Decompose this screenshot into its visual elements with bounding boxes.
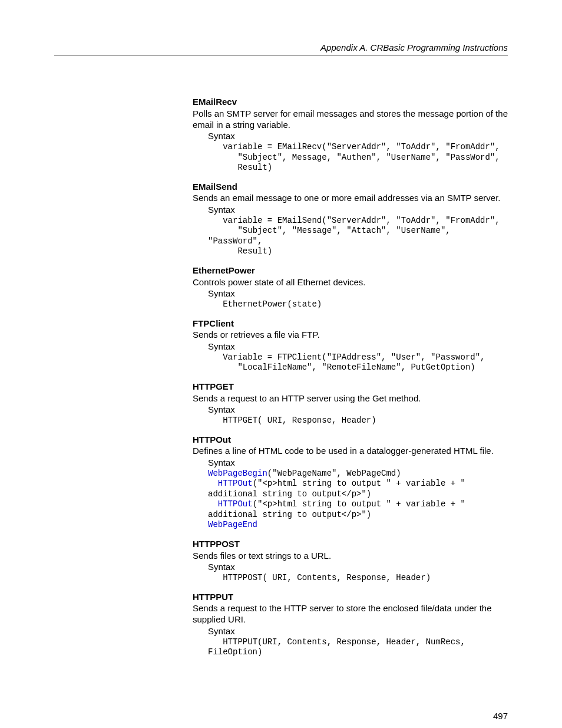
entry: FTPClientSends or retrieves a file via F… (193, 318, 508, 373)
entry-description: Polls an SMTP server for email messages … (193, 108, 508, 131)
page-number: 497 (54, 711, 508, 721)
code-block: HTTPGET( URI, Response, Header) (208, 416, 508, 426)
entry-title: HTTPPUT (193, 592, 508, 603)
entry-title: EMailRecv (193, 97, 508, 108)
keyword: WebPageEnd (208, 520, 257, 529)
entry: EMailRecvPolls an SMTP server for email … (193, 97, 508, 173)
entry-title: EMailSend (193, 182, 508, 193)
entry-title: EthernetPower (193, 265, 508, 276)
content-area: EMailRecvPolls an SMTP server for email … (193, 97, 508, 658)
entry-description: Controls power state of all Ethernet dev… (193, 277, 508, 288)
entry-description: Sends or retrieves a file via FTP. (193, 330, 508, 341)
keyword: HTTPOut (218, 479, 253, 488)
syntax-label: Syntax (208, 288, 508, 299)
entry-description: Sends a request to the HTTP server to st… (193, 603, 508, 625)
code-block: variable = EMailSend("ServerAddr", "ToAd… (208, 216, 508, 257)
entry-description: Sends files or text strings to a URL. (193, 551, 508, 562)
entry-description: Sends an email message to one or more em… (193, 193, 508, 204)
keyword: WebPageBegin (208, 469, 267, 478)
syntax-label: Syntax (208, 131, 508, 142)
entry-title: FTPClient (193, 318, 508, 330)
syntax-label: Syntax (208, 457, 508, 469)
entry: HTTPPUTSends a request to the HTTP serve… (193, 592, 508, 658)
code-block: Variable = FTPClient("IPAddress", "User"… (208, 353, 508, 373)
keyword: HTTPOut (218, 499, 253, 509)
code-block: HTTPPOST( URI, Contents, Response, Heade… (208, 573, 508, 584)
entry: EthernetPowerControls power state of all… (193, 265, 508, 310)
entry-description: Defines a line of HTML code to be used i… (193, 446, 508, 457)
entry: HTTPOutDefines a line of HTML code to be… (193, 434, 508, 531)
syntax-label: Syntax (208, 404, 508, 416)
syntax-label: Syntax (208, 562, 508, 573)
syntax-label: Syntax (208, 205, 508, 216)
header-rule (54, 55, 508, 55)
entry: EMailSendSends an email message to one o… (193, 182, 508, 257)
entry-title: HTTPPOST (193, 539, 508, 550)
code-block: EthernetPower(state) (208, 299, 508, 310)
entry: HTTPGETSends a request to an HTTP server… (193, 381, 508, 426)
entry-title: HTTPGET (193, 381, 508, 393)
syntax-label: Syntax (208, 626, 508, 637)
entry: HTTPPOSTSends files or text strings to a… (193, 539, 508, 584)
code-block: WebPageBegin("WebPageName", WebPageCmd) … (208, 469, 508, 531)
code-block: HTTPPUT(URI, Contents, Response, Header,… (208, 637, 508, 658)
code-block: variable = EMailRecv("ServerAddr", "ToAd… (208, 142, 508, 173)
entry-title: HTTPOut (193, 434, 508, 446)
syntax-label: Syntax (208, 341, 508, 353)
entry-description: Sends a request to an HTTP server using … (193, 393, 508, 404)
page-header: Appendix A. CRBasic Programming Instruct… (54, 42, 508, 55)
